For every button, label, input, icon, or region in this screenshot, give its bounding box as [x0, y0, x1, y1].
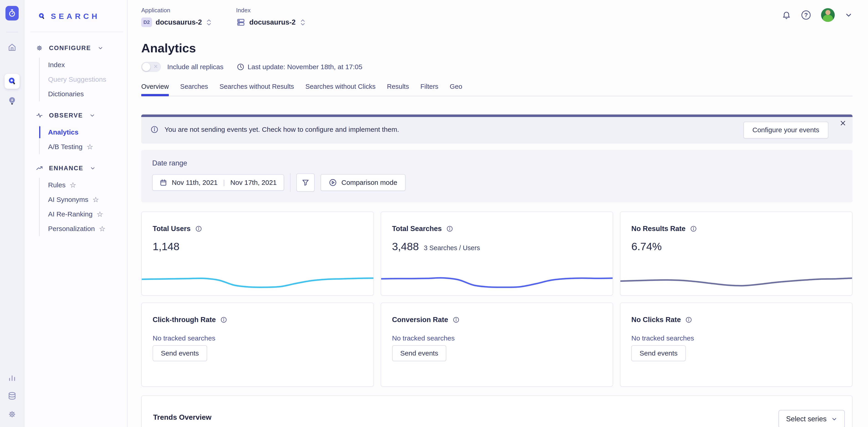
chevron-down-icon[interactable]: [845, 11, 852, 19]
star-icon: ☆: [93, 195, 99, 204]
sparkline-chart: [620, 265, 852, 293]
sparkline-chart: [142, 265, 373, 293]
tab-searches-without-clicks[interactable]: Searches without Clicks: [306, 83, 376, 96]
app-logo-badge[interactable]: [5, 6, 19, 21]
tab-geo[interactable]: Geo: [450, 83, 462, 96]
bell-icon[interactable]: [782, 10, 791, 20]
card-value: 3,488: [392, 240, 419, 253]
sidebar-item-ai-synonyms[interactable]: AI Synonyms ☆: [48, 192, 127, 207]
tab-searches-without-results[interactable]: Searches without Results: [219, 83, 294, 96]
sidebar-item-query-suggestions[interactable]: Query Suggestions: [48, 72, 127, 87]
tab-results[interactable]: Results: [387, 83, 409, 96]
sidebar-item-index[interactable]: Index: [48, 58, 127, 72]
index-selector[interactable]: Index docusaurus-2: [236, 7, 305, 36]
card-click-through-rate: Click-through Rate No tracked searches S…: [141, 302, 374, 387]
tab-bar: Overview Searches Searches without Resul…: [141, 83, 852, 96]
select-series-button[interactable]: Select series: [778, 410, 845, 427]
toggle-off-icon: ✕: [154, 64, 158, 70]
bar-chart-icon[interactable]: [8, 373, 17, 382]
close-icon[interactable]: [840, 120, 846, 126]
application-label: Application: [141, 7, 211, 14]
avatar[interactable]: [821, 8, 835, 22]
tab-searches[interactable]: Searches: [180, 83, 208, 96]
select-stepper-icon[interactable]: [301, 19, 305, 26]
sidebar-item-rules[interactable]: Rules ☆: [48, 178, 127, 192]
sidebar-item-personalization[interactable]: Personalization ☆: [48, 222, 127, 236]
clock-icon: [237, 63, 244, 71]
nav-header-enhance[interactable]: ENHANCE: [36, 165, 127, 172]
sidebar-item-analytics[interactable]: Analytics: [48, 125, 127, 139]
info-icon[interactable]: [453, 317, 460, 323]
product-logo[interactable]: SEARCH: [24, 0, 127, 21]
sidebar-nav: CONFIGURE Index Query Suggestions Dictio…: [24, 32, 127, 247]
sparkline-chart: [381, 265, 613, 293]
date-range-end: Nov 17th, 2021: [230, 179, 277, 187]
info-icon[interactable]: [685, 317, 692, 323]
application-selector[interactable]: Application D2 docusaurus-2: [141, 7, 211, 36]
empty-state-label: No tracked searches: [153, 334, 363, 342]
card-title: No Clicks Rate: [631, 316, 681, 324]
configure-events-button[interactable]: Configure your events: [743, 122, 829, 138]
tab-filters[interactable]: Filters: [420, 83, 438, 96]
tab-overview[interactable]: Overview: [141, 83, 169, 96]
chevron-down-icon: [98, 45, 103, 51]
play-circle-icon: [329, 178, 337, 187]
application-value: docusaurus-2: [156, 18, 202, 26]
sidebar-item-ab-testing[interactable]: A/B Testing ☆: [48, 139, 127, 154]
card-no-clicks-rate: No Clicks Rate No tracked searches Send …: [620, 302, 852, 387]
comparison-mode-button[interactable]: Comparison mode: [320, 174, 405, 191]
trending-up-icon: [36, 165, 43, 172]
index-rows-icon: [236, 18, 246, 27]
rail-divider: [6, 32, 18, 32]
lightbulb-icon[interactable]: [7, 96, 17, 106]
card-title: No Results Rate: [631, 225, 685, 233]
rail-item-search-active[interactable]: [5, 74, 20, 89]
page-meta-row: ✕ Include all replicas Last update: Nove…: [141, 62, 852, 72]
send-events-button[interactable]: Send events: [631, 345, 686, 361]
star-icon: ☆: [87, 142, 93, 151]
filter-button[interactable]: [297, 173, 315, 192]
info-icon[interactable]: [446, 225, 453, 232]
card-total-searches: Total Searches 3,488 3 Searches / Users: [381, 211, 613, 296]
app-rail: [0, 0, 24, 427]
empty-state-label: No tracked searches: [392, 334, 602, 342]
search-logo-icon: [38, 12, 46, 21]
calendar-icon: [159, 179, 167, 187]
info-icon[interactable]: [220, 317, 227, 323]
toggle-knob: [142, 63, 150, 71]
index-value: docusaurus-2: [249, 18, 296, 26]
card-value-suffix: 3 Searches / Users: [424, 244, 480, 252]
send-events-button[interactable]: Send events: [392, 345, 446, 361]
star-icon: ☆: [97, 210, 103, 219]
include-replicas-label: Include all replicas: [167, 63, 223, 71]
include-replicas-toggle[interactable]: ✕: [141, 62, 161, 72]
sidebar-item-dictionaries[interactable]: Dictionaries: [48, 87, 127, 101]
send-events-button[interactable]: Send events: [153, 345, 207, 361]
timer-icon: [8, 9, 17, 18]
info-icon[interactable]: [195, 225, 202, 232]
card-value: 6.74%: [631, 240, 661, 253]
gear-icon[interactable]: [7, 410, 17, 419]
empty-state-label: No tracked searches: [631, 334, 841, 342]
nav-header-observe[interactable]: OBSERVE: [36, 112, 127, 119]
trends-overview-card: Trends Overview Select series: [141, 395, 852, 427]
content: Analytics ✕ Include all replicas Last up…: [128, 36, 868, 427]
topbar: Application D2 docusaurus-2 Index: [128, 0, 868, 36]
date-separator: |: [223, 179, 225, 187]
chevron-down-icon: [90, 166, 95, 171]
info-icon[interactable]: [690, 225, 697, 232]
help-icon[interactable]: ?: [802, 10, 811, 20]
nav-section-enhance: ENHANCE Rules ☆ AI Synonyms ☆ AI Re-Rank…: [36, 165, 127, 236]
date-range-picker[interactable]: Nov 11th, 2021 | Nov 17th, 2021: [152, 174, 284, 191]
nav-header-configure[interactable]: CONFIGURE: [36, 44, 127, 52]
home-icon[interactable]: [7, 43, 17, 52]
select-stepper-icon[interactable]: [207, 19, 211, 26]
nav-section-label: CONFIGURE: [49, 44, 91, 52]
card-title: Total Users: [153, 225, 191, 233]
application-badge: D2: [141, 18, 152, 27]
chevron-down-icon: [90, 113, 95, 118]
database-icon[interactable]: [7, 392, 17, 401]
trends-title: Trends Overview: [153, 413, 211, 422]
nav-section-label: OBSERVE: [49, 112, 83, 119]
sidebar-item-ai-re-ranking[interactable]: AI Re-Ranking ☆: [48, 207, 127, 222]
